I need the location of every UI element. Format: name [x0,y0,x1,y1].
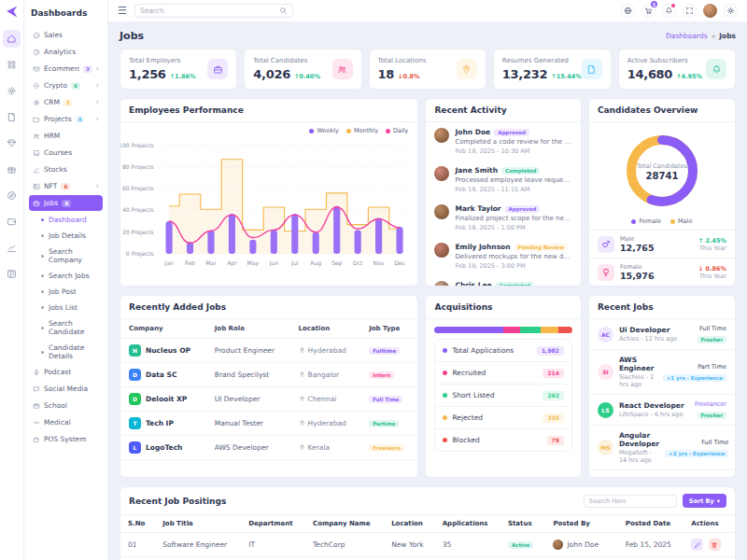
location-pin-icon [299,396,305,402]
job-time-type: Freelancer [695,400,726,408]
delete-button[interactable] [709,539,721,551]
sidebar-subitem-candidate-details[interactable]: Candidate Details [29,340,103,364]
department: IT [241,533,305,557]
menu-toggle-icon[interactable]: ☰ [118,6,127,16]
rail-compass-icon[interactable] [3,187,21,204]
performance-chart: 100 Projects80 Projects60 Projects40 Pro… [120,134,417,282]
search-input[interactable] [140,7,279,15]
sidebar-item-analytics[interactable]: Analytics [29,44,103,60]
company-name: Nucleus OP [146,346,190,355]
medical-icon [33,419,40,427]
hrm-icon [33,133,40,140]
category-dot [443,348,447,353]
sidebar-badge: 4 [76,116,85,123]
table-search-input[interactable] [589,497,671,505]
rail-home-icon[interactable] [3,30,21,48]
sidebar-item-projects[interactable]: Projects 4 › [29,111,103,127]
sort-by-button[interactable]: Sort By▾ [683,494,726,508]
sidebar-subitem-label: Job Post [49,287,77,296]
svg-text:Apr: Apr [227,259,237,267]
sidebar-item-sales[interactable]: Sales [29,27,103,43]
sidebar-item-ecommerce[interactable]: Ecommerce 3 › [29,61,103,77]
sidebar-subitem-job-details[interactable]: Job Details [29,228,103,244]
status-badge: Approved [494,129,529,136]
table-row: LLogoTech AWS Developer Kerala Freelance [120,436,417,460]
sidebar-subitem-label: Candidate Details [49,343,101,360]
breadcrumb-parent[interactable]: Dashboards [666,32,708,40]
notifications-bell-icon[interactable] [662,4,676,18]
sidebar-item-school[interactable]: School [29,398,103,413]
job-type-badge: Fulltime [369,347,400,355]
sidebar-item-hrm[interactable]: HRM [29,128,103,144]
chart-legend: WeeklyMonthlyDaily [120,122,417,134]
sidebar-item-jobs[interactable]: Jobs 8 [29,195,103,211]
activity-time: Feb 19, 2025 - 3:00 PM [455,262,571,270]
sidebar-item-crypto[interactable]: Crypto 6 › [29,77,103,93]
cart-icon[interactable]: 5 [641,4,655,18]
sidebar-item-stocks[interactable]: Stocks [29,161,103,177]
column-header: Job Type [360,319,417,339]
user-avatar[interactable] [703,4,717,18]
legend-item-weekly[interactable]: Weekly [309,127,338,134]
legend-item-female[interactable]: Female [631,217,661,225]
company-avatar: LS [598,402,613,418]
gender-note: This Year [698,273,726,280]
sidebar-item-crm[interactable]: CRM 5 › [29,94,103,110]
location-pin-icon [299,347,305,354]
rail-chart-icon[interactable] [3,239,21,257]
settings-gear-icon[interactable] [724,4,738,18]
page-title: Jobs [120,30,144,42]
job-role: AWS Developer [206,436,290,460]
category-count: 1,982 [537,346,564,356]
rail-kanban-icon[interactable] [3,265,21,283]
company-logo: N [129,344,141,357]
sidebar-item-pos-system[interactable]: POS System [29,431,103,447]
sidebar-subitem-search-candidate[interactable]: Search Candidate [29,315,103,340]
experience-badge: +2 yrs - Experience [665,450,728,457]
rail-wallet-icon[interactable] [3,213,21,231]
category-count: 214 [543,369,564,378]
column-header: Job Title [155,515,241,533]
activity-item: Chris Lee Completed Analyzed quarterly s… [426,275,580,287]
sidebar-subitem-dashboard[interactable]: Dashboard [29,212,103,228]
sidebar-item-social-media[interactable]: Social Media [29,381,103,397]
activity-user-name: Mark Taylor Approved [455,204,571,213]
sidebar-item-nft[interactable]: NFT 6 › [29,178,103,194]
rail-gear-icon[interactable] [3,82,21,100]
rail-gem-icon[interactable] [3,134,21,152]
sidebar-item-medical[interactable]: Medical [29,414,103,430]
sidebar-subitem-jobs-list[interactable]: Jobs List [29,300,103,315]
edit-button[interactable] [691,539,703,551]
rail-file-icon[interactable] [3,108,21,126]
location-pin-icon [299,371,305,378]
sidebar-item-label: HRM [44,132,60,140]
sidebar-subitem-search-company[interactable]: Search Company [29,244,103,268]
language-globe-icon[interactable] [621,4,635,18]
company-name: Data SC [146,371,176,379]
briefcase-icon [207,59,228,79]
legend-item-male[interactable]: Male [670,217,692,225]
sidebar-item-podcast[interactable]: Podcast [29,364,103,380]
sidebar-subitem-job-post[interactable]: Job Post [29,284,103,300]
gender-stat-row: ♂ Male 12,765 ↑ 2.45% This Year [589,230,735,258]
stat-change: ↑4.95% [676,73,702,80]
sidebar-item-label: Analytics [44,48,76,56]
sidebar-item-courses[interactable]: Courses [29,145,103,161]
sidebar-subitem-search-jobs[interactable]: Search Jobs [29,268,103,284]
svg-text:100 Projects: 100 Projects [120,142,154,149]
rail-gift-icon[interactable] [3,161,21,178]
sidebar-item-label: Podcast [44,368,71,376]
rail-grid-icon[interactable] [3,56,21,74]
table-search [584,495,677,508]
acquisition-row: Rejected 335 [435,407,571,429]
sidebar-item-label: Projects [44,115,72,123]
app-logo[interactable] [5,5,19,19]
legend-dot [346,129,351,133]
company-logo: D [129,369,141,381]
nft-icon [33,183,40,190]
category-count: 79 [547,436,564,445]
sidebar-item-label: Ecommerce [44,64,79,73]
legend-item-monthly[interactable]: Monthly [346,127,378,134]
legend-item-daily[interactable]: Daily [386,127,408,134]
fullscreen-icon[interactable] [683,4,697,18]
